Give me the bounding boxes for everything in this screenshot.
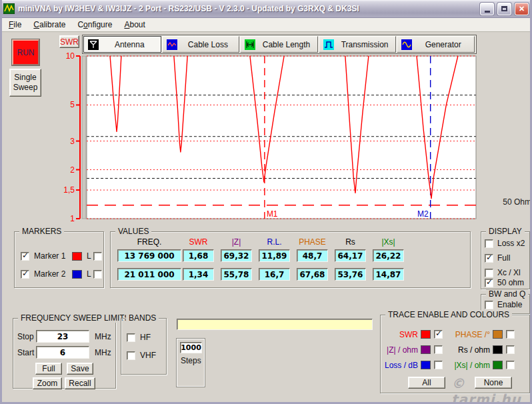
y-tick-label: 5 xyxy=(70,100,75,109)
tab-antenna[interactable]: Antenna xyxy=(83,36,161,53)
values-header-xs: |Xs| xyxy=(373,237,404,247)
bands-panel: BANDS HF VHF xyxy=(121,318,167,375)
trace-loss-checkbox[interactable] xyxy=(434,361,443,369)
value-m2-freq: 21 011 000 xyxy=(117,268,181,281)
bwq-panel-title: BW and Q xyxy=(486,289,528,299)
start-frequency-input[interactable]: 6 xyxy=(36,346,89,359)
impedance-label: 50 Ohm xyxy=(501,197,531,207)
menu-calibrate[interactable]: Calibrate xyxy=(27,19,71,31)
transmission-icon xyxy=(323,39,335,50)
loss-x2-checkbox[interactable] xyxy=(485,239,493,248)
value-m1-rl: 11,89 xyxy=(259,249,290,262)
trace-xs-checkbox[interactable] xyxy=(506,361,515,369)
sweep-limits-panel: FREQUENCY SWEEP LIMITS Stop 23 MHz Start… xyxy=(13,318,116,389)
value-m2-rl: 16,7 xyxy=(259,268,290,281)
vhf-label: VHF xyxy=(140,351,156,360)
stop-label: Stop xyxy=(17,332,34,341)
marker2-l-checkbox[interactable] xyxy=(93,270,102,279)
values-panel-title: VALUES xyxy=(115,227,151,236)
y-tick-label: 2 xyxy=(70,165,75,175)
stop-frequency-input[interactable]: 23 xyxy=(36,330,89,343)
marker1-checkbox[interactable] xyxy=(21,252,29,261)
run-button[interactable]: RUN xyxy=(12,39,39,65)
marker1-color-swatch[interactable] xyxy=(72,252,82,261)
xc-xl-label: Xc / Xl xyxy=(497,268,521,277)
xc-xl-checkbox[interactable] xyxy=(485,269,493,277)
trace-z-swatch[interactable] xyxy=(421,345,431,354)
trace-swr-swatch[interactable] xyxy=(421,330,431,339)
sweep-save-button[interactable]: Save xyxy=(67,363,93,375)
sweep-zoom-button[interactable]: Zoom xyxy=(33,377,62,389)
display-panel-title: DISPLAY xyxy=(486,227,525,236)
plot-area xyxy=(87,56,476,219)
value-m2-z: 55,78 xyxy=(221,268,252,281)
trace-xs-label: |Xs| / ohm xyxy=(447,361,490,370)
marker1-label: Marker 1 xyxy=(34,251,65,261)
trace-phase-label: PHASE /° xyxy=(447,330,490,339)
fifty-ohm-label: 50 ohm xyxy=(497,278,524,287)
steps-box: 1000 Steps xyxy=(177,339,205,387)
minimize-button[interactable] xyxy=(480,3,494,15)
trace-phase-checkbox[interactable] xyxy=(506,330,515,339)
tab-transmission[interactable]: Transmission xyxy=(319,36,397,53)
single-sweep-button[interactable]: Single Sweep xyxy=(9,69,41,97)
full-label: Full xyxy=(497,253,510,263)
swr-chart[interactable]: 105321,51M1M2 xyxy=(62,52,477,224)
trace-swr-checkbox[interactable] xyxy=(434,330,443,339)
trace-all-button[interactable]: All xyxy=(408,377,445,389)
close-button[interactable]: ✕ xyxy=(515,3,529,15)
y-tick-label: 1 xyxy=(70,214,75,223)
trace-loss-swatch[interactable] xyxy=(421,361,431,369)
hf-checkbox[interactable] xyxy=(127,333,135,342)
trace-xs-swatch[interactable] xyxy=(493,361,503,369)
marker1-l-checkbox[interactable] xyxy=(93,252,102,261)
values-header-z: |Z| xyxy=(221,237,252,247)
close-icon: ✕ xyxy=(519,5,525,13)
axis-divider xyxy=(82,56,86,219)
tab-cable-loss[interactable]: Cable Loss xyxy=(162,36,240,53)
maximize-button[interactable] xyxy=(497,3,511,15)
values-header-swr: SWR xyxy=(183,237,214,247)
tab-strip: Antenna Cable Loss Cable Length Transmis… xyxy=(82,35,477,54)
trace-rs-checkbox[interactable] xyxy=(506,345,515,354)
cable-loss-icon xyxy=(166,39,178,50)
trace-z-checkbox[interactable] xyxy=(434,345,443,354)
maximize-icon xyxy=(501,6,507,11)
bwq-enable-checkbox[interactable] xyxy=(485,301,493,309)
minimize-icon xyxy=(485,11,490,13)
trace-panel: TRACE ENABLE AND COLOURS SWR |Z| / ohm L… xyxy=(380,315,530,393)
tab-cable-length[interactable]: Cable Length xyxy=(240,36,318,53)
trace-rs-swatch[interactable] xyxy=(493,345,503,354)
marker2-color-swatch[interactable] xyxy=(72,270,82,279)
marker2-checkbox[interactable] xyxy=(21,270,29,279)
trace-none-button[interactable]: None xyxy=(475,377,512,389)
menu-bar: File Calibrate Configure About xyxy=(0,18,532,32)
bands-panel-title: BANDS xyxy=(126,313,159,323)
generator-icon xyxy=(401,39,413,50)
minivna-window: miniVNA by IW3HEV & IW3IJZ - 2 Port - RS… xyxy=(0,0,532,404)
title-bar[interactable]: miniVNA by IW3HEV & IW3IJZ - 2 Port - RS… xyxy=(0,0,532,18)
steps-input[interactable]: 1000 xyxy=(180,342,202,353)
menu-file[interactable]: File xyxy=(3,19,27,31)
hf-label: HF xyxy=(140,333,151,342)
value-m1-z: 69,32 xyxy=(221,249,252,262)
fifty-ohm-checkbox[interactable] xyxy=(485,279,493,287)
window-title: miniVNA by IW3HEV & IW3IJZ - 2 Port - RS… xyxy=(18,4,477,13)
vhf-checkbox[interactable] xyxy=(127,351,135,360)
value-m2-phase: 67,68 xyxy=(297,268,328,281)
values-header-rl: R.L. xyxy=(259,237,290,247)
y-tick-label: 3 xyxy=(70,137,75,146)
trace-phase-swatch[interactable] xyxy=(493,330,503,339)
tab-generator[interactable]: Generator xyxy=(397,36,475,53)
menu-configure[interactable]: Configure xyxy=(71,19,118,31)
marker2-l-label: L xyxy=(87,269,91,279)
trace-z-label: |Z| / ohm xyxy=(381,345,418,355)
sweep-full-button[interactable]: Full xyxy=(35,363,62,375)
value-m1-phase: 48,7 xyxy=(297,249,328,262)
value-m1-freq: 13 769 000 xyxy=(117,249,181,262)
display-panel: DISPLAY Loss x2 Full Xc / Xl 50 ohm xyxy=(481,231,530,289)
sweep-recall-button[interactable]: Recall xyxy=(65,377,95,389)
sweep-limits-title: FREQUENCY SWEEP LIMITS xyxy=(18,313,133,323)
full-checkbox[interactable] xyxy=(485,254,493,263)
menu-about[interactable]: About xyxy=(118,19,151,31)
